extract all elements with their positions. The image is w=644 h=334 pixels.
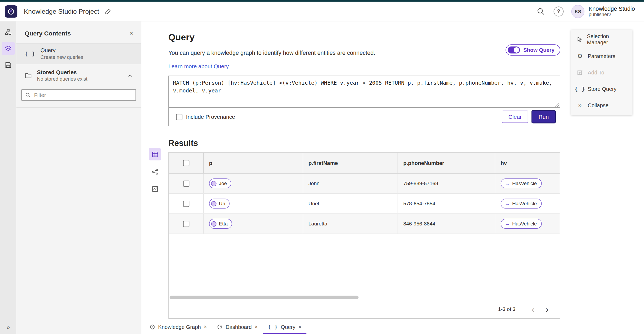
- pagination-label: 1-3 of 3: [498, 306, 515, 312]
- model-tree-icon[interactable]: [2, 26, 15, 39]
- save-icon[interactable]: [2, 58, 15, 71]
- tab-label: Knowledge Graph: [158, 324, 201, 330]
- stored-queries-title: Stored Queries: [37, 69, 122, 75]
- show-query-toggle[interactable]: Show Query: [506, 44, 560, 55]
- clear-button[interactable]: Clear: [502, 111, 528, 123]
- column-header-p[interactable]: p: [204, 153, 303, 173]
- expand-rail-icon[interactable]: »: [0, 324, 16, 331]
- edit-title-icon[interactable]: [105, 8, 111, 15]
- layers-icon[interactable]: [2, 42, 15, 55]
- close-tab-icon[interactable]: ×: [255, 324, 258, 330]
- node-pill[interactable]: Etta: [209, 219, 232, 229]
- include-provenance-label: Include Provenance: [186, 114, 235, 120]
- chevron-up-icon[interactable]: [127, 72, 133, 79]
- close-panel-icon[interactable]: ×: [129, 30, 133, 37]
- page-title: Query: [169, 32, 560, 43]
- project-title: Knowledge Studio Project: [24, 8, 99, 15]
- learn-more-link[interactable]: Learn more about Query: [169, 63, 229, 70]
- column-header-hv[interactable]: hv: [495, 153, 560, 173]
- query-editor-box: MATCH (p:Person)-[hv:HasVehicle]->(v:Veh…: [169, 76, 560, 126]
- pagination-row: 1-3 of 3 ‹ ›: [169, 300, 560, 318]
- edge-label: HasVehicle: [512, 201, 537, 206]
- add-to-icon: [576, 69, 584, 76]
- tab-dashboard[interactable]: Dashboard ×: [212, 321, 263, 334]
- graph-view-icon[interactable]: [149, 165, 161, 178]
- store-query-item[interactable]: { } Store Query: [571, 81, 633, 97]
- parameters-item[interactable]: ⚙ Parameters: [571, 48, 633, 64]
- cell-firstname: Lauretta: [303, 214, 398, 234]
- node-pill[interactable]: Uri: [209, 199, 230, 209]
- chart-view-icon[interactable]: [149, 183, 161, 195]
- stored-queries-section[interactable]: Stored Queries No stored queries exist: [16, 64, 141, 86]
- node-label: Etta: [219, 221, 228, 227]
- selection-manager-label: Selection Manager: [587, 33, 627, 46]
- filter-input[interactable]: [33, 92, 132, 99]
- query-controls-row: Include Provenance Clear Run: [169, 108, 560, 126]
- previous-page-icon[interactable]: ‹: [526, 302, 540, 316]
- parameters-label: Parameters: [588, 53, 615, 59]
- close-tab-icon[interactable]: ×: [204, 324, 207, 330]
- filter-field: [21, 89, 136, 101]
- filter-search-icon: [25, 92, 31, 98]
- question-glyph: ?: [557, 8, 560, 15]
- braces-icon: { }: [576, 86, 584, 92]
- selection-manager-item[interactable]: Selection Manager: [571, 31, 633, 48]
- include-provenance-row: Include Provenance: [176, 114, 235, 120]
- table-row: Joe John 759-889-57168 →HasVehicle: [169, 174, 560, 194]
- edge-label: HasVehicle: [512, 221, 537, 227]
- search-icon[interactable]: [533, 4, 547, 18]
- collapse-icon: »: [576, 102, 584, 108]
- query-item-subtitle: Create new queries: [41, 54, 83, 60]
- double-chevron-glyph: »: [6, 324, 10, 331]
- scrollbar-thumb[interactable]: [170, 296, 358, 299]
- stored-queries-subtitle: No stored queries exist: [37, 76, 122, 82]
- include-provenance-checkbox[interactable]: [176, 114, 182, 120]
- edge-pill[interactable]: →HasVehicle: [501, 178, 542, 188]
- collapse-label: Collapse: [588, 102, 608, 108]
- select-all-checkbox[interactable]: [183, 160, 189, 166]
- query-textarea[interactable]: MATCH (p:Person)-[hv:HasVehicle]->(v:Veh…: [169, 76, 560, 106]
- tab-query[interactable]: { } Query ×: [263, 321, 307, 334]
- main-area: Query You can query a knowledge graph to…: [141, 21, 644, 321]
- store-query-label: Store Query: [588, 86, 616, 92]
- column-header-phonenumber[interactable]: p.phoneNumber: [398, 153, 495, 173]
- folder-icon: [25, 72, 32, 79]
- sidebar-title: Query Contents: [25, 30, 71, 37]
- cell-phone: 578-654-7854: [398, 194, 495, 213]
- selection-cursor-icon: [576, 36, 583, 43]
- arrow-right-icon: →: [505, 221, 510, 226]
- filter-wrap: [16, 86, 141, 108]
- arrow-right-icon: →: [505, 181, 510, 186]
- left-icon-rail: »: [0, 21, 16, 334]
- help-icon[interactable]: ?: [552, 4, 566, 18]
- node-pill[interactable]: Joe: [209, 178, 231, 188]
- edge-pill[interactable]: →HasVehicle: [501, 199, 542, 209]
- row-checkbox[interactable]: [183, 221, 189, 227]
- row-checkbox[interactable]: [183, 180, 189, 186]
- sidebar-header: Query Contents ×: [16, 21, 141, 43]
- edge-pill[interactable]: →HasVehicle: [501, 219, 542, 229]
- node-label: Uri: [219, 201, 225, 206]
- avatar[interactable]: KS: [571, 5, 584, 18]
- braces-icon: { }: [25, 51, 36, 57]
- cell-phone: 759-889-57168: [398, 174, 495, 193]
- tab-knowledge-graph[interactable]: Knowledge Graph ×: [145, 321, 212, 334]
- close-tab-icon[interactable]: ×: [298, 324, 302, 330]
- next-page-icon[interactable]: ›: [540, 302, 554, 316]
- page-description: You can query a knowledge graph to ident…: [169, 49, 560, 56]
- sidebar-item-query[interactable]: { } Query Create new queries: [16, 43, 141, 64]
- node-icon: [211, 201, 217, 206]
- column-header-firstname[interactable]: p.firstName: [303, 153, 398, 173]
- top-bar: Knowledge Studio Project ? KS Knowledge …: [0, 2, 644, 21]
- query-contents-panel: Query Contents × { } Query Create new qu…: [16, 21, 141, 334]
- query-actions-panel: Selection Manager ⚙ Parameters Add To { …: [571, 30, 633, 115]
- row-checkbox[interactable]: [183, 200, 189, 207]
- collapse-item[interactable]: » Collapse: [571, 97, 633, 113]
- table-empty-area: [169, 234, 560, 295]
- table-view-icon[interactable]: [149, 148, 161, 160]
- node-label: Joe: [219, 181, 227, 186]
- run-button[interactable]: Run: [532, 110, 556, 123]
- tab-label: Dashboard: [226, 324, 252, 330]
- query-item-title: Query: [41, 47, 83, 53]
- tab-label: Query: [281, 324, 295, 330]
